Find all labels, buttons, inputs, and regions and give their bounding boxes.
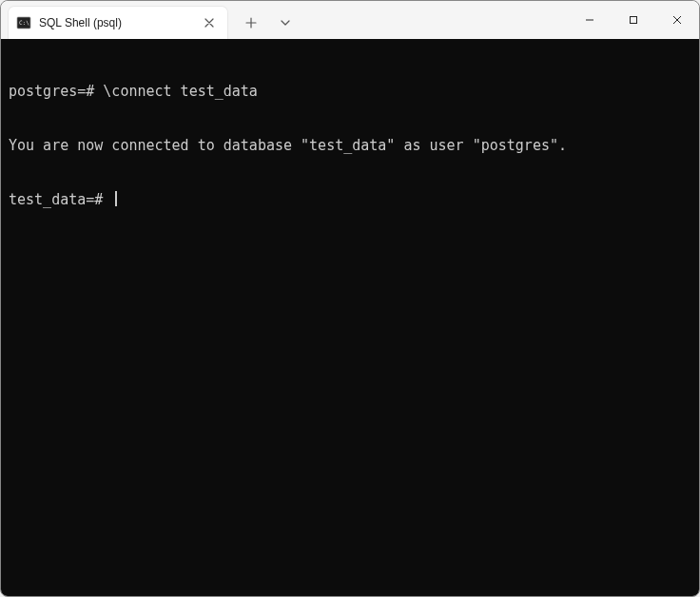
- terminal-icon: C:\: [16, 15, 31, 30]
- prompt: postgres=#: [9, 83, 94, 100]
- output-text: You are now connected to database "test_…: [9, 137, 567, 154]
- svg-text:C:\: C:\: [19, 19, 29, 26]
- tab-controls: [227, 7, 309, 39]
- tab-dropdown-button[interactable]: [269, 7, 301, 39]
- terminal-viewport[interactable]: postgres=# \connect test_data You are no…: [1, 39, 699, 596]
- tab-close-button[interactable]: [201, 14, 218, 31]
- tab-title: SQL Shell (psql): [39, 16, 193, 29]
- svg-rect-2: [631, 17, 637, 24]
- command-text: \connect test_data: [103, 83, 258, 100]
- terminal-line: You are now connected to database "test_…: [9, 137, 691, 155]
- tabs-area: C:\ SQL Shell (psql): [1, 1, 568, 39]
- terminal-line: postgres=# \connect test_data: [9, 83, 691, 101]
- terminal-line: test_data=#: [9, 191, 691, 209]
- tab-sql-shell[interactable]: C:\ SQL Shell (psql): [9, 7, 227, 39]
- window-controls: [568, 1, 699, 39]
- prompt: test_data=#: [9, 191, 103, 208]
- cursor: [115, 191, 117, 206]
- maximize-button[interactable]: [612, 1, 655, 39]
- new-tab-button[interactable]: [235, 7, 267, 39]
- close-window-button[interactable]: [655, 1, 699, 39]
- minimize-button[interactable]: [568, 1, 612, 39]
- titlebar: C:\ SQL Shell (psql): [1, 1, 699, 39]
